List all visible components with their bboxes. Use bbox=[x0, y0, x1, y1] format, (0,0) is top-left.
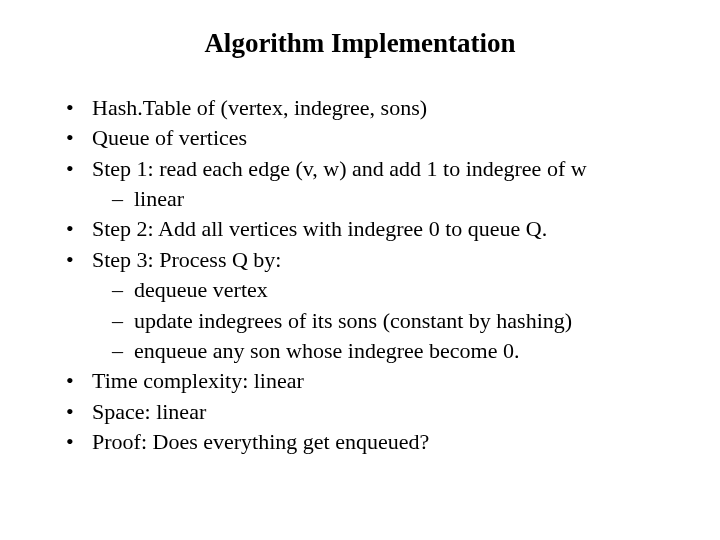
bullet-text: Step 1: read each edge (v, w) and add 1 … bbox=[92, 156, 587, 181]
bullet-text: Proof: Does everything get enqueued? bbox=[92, 429, 429, 454]
bullet-text: Step 3: Process Q by: bbox=[92, 247, 281, 272]
list-item: Step 3: Process Q by: dequeue vertex upd… bbox=[66, 245, 672, 366]
list-item: Step 2: Add all vertices with indegree 0… bbox=[66, 214, 672, 244]
bullet-text: Time complexity: linear bbox=[92, 368, 304, 393]
list-item: linear bbox=[112, 184, 672, 214]
list-item: Step 1: read each edge (v, w) and add 1 … bbox=[66, 154, 672, 215]
list-item: Queue of vertices bbox=[66, 123, 672, 153]
list-item: update indegrees of its sons (constant b… bbox=[112, 306, 672, 336]
bullet-list: Hash.Table of (vertex, indegree, sons) Q… bbox=[48, 93, 672, 457]
list-item: Proof: Does everything get enqueued? bbox=[66, 427, 672, 457]
list-item: dequeue vertex bbox=[112, 275, 672, 305]
list-item: Hash.Table of (vertex, indegree, sons) bbox=[66, 93, 672, 123]
bullet-text: enqueue any son whose indegree become 0. bbox=[134, 338, 519, 363]
bullet-text: Queue of vertices bbox=[92, 125, 247, 150]
bullet-text: dequeue vertex bbox=[134, 277, 268, 302]
slide-title: Algorithm Implementation bbox=[48, 28, 672, 59]
bullet-text: linear bbox=[134, 186, 184, 211]
bullet-text: Space: linear bbox=[92, 399, 206, 424]
bullet-text: Step 2: Add all vertices with indegree 0… bbox=[92, 216, 547, 241]
sub-bullet-list: linear bbox=[92, 184, 672, 214]
bullet-text: update indegrees of its sons (constant b… bbox=[134, 308, 572, 333]
list-item: enqueue any son whose indegree become 0. bbox=[112, 336, 672, 366]
sub-bullet-list: dequeue vertex update indegrees of its s… bbox=[92, 275, 672, 366]
slide-body: Hash.Table of (vertex, indegree, sons) Q… bbox=[48, 93, 672, 457]
list-item: Time complexity: linear bbox=[66, 366, 672, 396]
list-item: Space: linear bbox=[66, 397, 672, 427]
bullet-text: Hash.Table of (vertex, indegree, sons) bbox=[92, 95, 427, 120]
